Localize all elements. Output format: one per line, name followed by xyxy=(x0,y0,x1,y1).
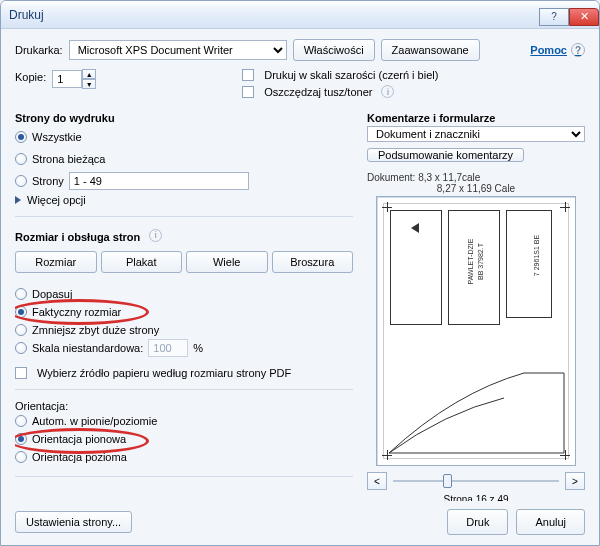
grayscale-checkbox-row[interactable]: Drukuj w skali szarości (czerń i biel) xyxy=(242,69,438,81)
paper-source-checkbox-row[interactable]: Wybierz źródło papieru według rozmiaru s… xyxy=(15,367,353,379)
radio-custom-scale[interactable]: Skala niestandardowa: % xyxy=(15,339,353,357)
paper-source-checkbox[interactable] xyxy=(15,367,27,379)
size-button[interactable]: Rozmiar xyxy=(15,251,97,273)
size-title: Rozmiar i obsługa stron xyxy=(15,231,140,243)
copies-label: Kopie: xyxy=(15,71,46,83)
radio-auto-orient[interactable]: Autom. w pionie/poziomie xyxy=(15,412,353,430)
advanced-button[interactable]: Zaawansowane xyxy=(381,39,480,61)
radio-range[interactable]: Strony xyxy=(15,172,353,190)
doc-dimensions: Dokument: 8,3 x 11,7cale xyxy=(367,172,480,183)
page-slider[interactable] xyxy=(393,478,559,484)
print-preview: PAWLET-DZIE BB 37982.T 7 2961S1 BE xyxy=(376,196,576,466)
page-dimensions: 8,27 x 11,69 Cale xyxy=(437,183,515,194)
next-page-button[interactable]: > xyxy=(565,472,585,490)
radio-all[interactable]: Wszystkie xyxy=(15,128,353,146)
prev-page-button[interactable]: < xyxy=(367,472,387,490)
help-window-button[interactable]: ? xyxy=(539,8,569,26)
radio-landscape[interactable]: Orientacja pozioma xyxy=(15,448,353,466)
copies-input[interactable] xyxy=(52,70,82,88)
range-input[interactable] xyxy=(69,172,249,190)
scale-input[interactable] xyxy=(148,339,188,357)
printer-select[interactable]: Microsoft XPS Document Writer xyxy=(69,40,287,60)
info-icon: i xyxy=(381,85,394,98)
chevron-right-icon xyxy=(15,196,21,204)
save-ink-checkbox[interactable] xyxy=(242,86,254,98)
summarize-comments-button[interactable]: Podsumowanie komentarzy xyxy=(367,148,524,162)
orientation-title: Orientacja: xyxy=(15,400,353,412)
titlebar: Drukuj ? ✕ xyxy=(1,1,599,29)
radio-portrait[interactable]: Orientacja pionowa xyxy=(15,430,353,448)
print-button[interactable]: Druk xyxy=(447,509,508,535)
window-title: Drukuj xyxy=(9,8,44,22)
booklet-button[interactable]: Broszura xyxy=(272,251,354,273)
help-icon: ? xyxy=(571,43,585,57)
poster-button[interactable]: Plakat xyxy=(101,251,183,273)
multi-button[interactable]: Wiele xyxy=(186,251,268,273)
radio-actual[interactable]: Faktyczny rozmiar xyxy=(15,303,353,321)
copies-up[interactable]: ▲ xyxy=(82,69,96,79)
properties-button[interactable]: Właściwości xyxy=(293,39,375,61)
info-icon: i xyxy=(149,229,162,242)
comments-select[interactable]: Dokument i znaczniki xyxy=(367,126,585,142)
radio-fit[interactable]: Dopasuj xyxy=(15,285,353,303)
printer-label: Drukarka: xyxy=(15,44,63,56)
page-indicator: Strona 16 z 49 xyxy=(443,494,508,501)
more-options-toggle[interactable]: Więcej opcji xyxy=(15,194,353,206)
page-setup-button[interactable]: Ustawienia strony... xyxy=(15,511,132,533)
radio-shrink[interactable]: Zmniejsz zbyt duże strony xyxy=(15,321,353,339)
radio-current[interactable]: Strona bieżąca xyxy=(15,150,353,168)
pages-title: Strony do wydruku xyxy=(15,112,353,124)
help-link[interactable]: Pomoc? xyxy=(530,43,585,57)
comments-title: Komentarze i formularze xyxy=(367,112,585,124)
close-window-button[interactable]: ✕ xyxy=(569,8,599,26)
copies-down[interactable]: ▼ xyxy=(82,79,96,89)
save-ink-checkbox-row[interactable]: Oszczędzaj tusz/toneri xyxy=(242,85,438,98)
grayscale-checkbox[interactable] xyxy=(242,69,254,81)
cancel-button[interactable]: Anuluj xyxy=(516,509,585,535)
